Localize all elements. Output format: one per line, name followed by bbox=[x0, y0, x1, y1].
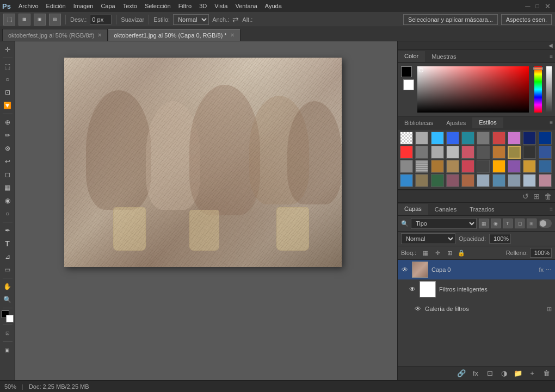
healing-tool[interactable]: ⊕ bbox=[2, 116, 14, 128]
style-swatch-34[interactable] bbox=[446, 174, 459, 187]
style-swatch-26[interactable] bbox=[477, 160, 490, 173]
style-swatch-18[interactable] bbox=[508, 146, 521, 159]
styles-loop-icon[interactable]: ↺ bbox=[522, 192, 529, 201]
style-swatch-24[interactable] bbox=[446, 160, 459, 173]
zoom-tool[interactable]: 🔍 bbox=[2, 294, 14, 306]
pen-tool[interactable]: ✒ bbox=[2, 225, 14, 237]
filter-shape-icon[interactable]: ◻ bbox=[515, 219, 525, 228]
layers-link-btn[interactable]: 🔗 bbox=[456, 368, 467, 379]
layer-row-smart-filters[interactable]: 👁 Filtros inteligentes bbox=[398, 279, 555, 299]
layers-group-btn[interactable]: 📁 bbox=[513, 368, 523, 379]
select-mask-btn[interactable]: Seleccionar y aplicar máscara... bbox=[403, 14, 498, 25]
style-swatch-31[interactable] bbox=[400, 174, 413, 187]
eraser-tool[interactable]: ◻ bbox=[2, 169, 14, 181]
layers-mask-btn[interactable]: ⊡ bbox=[484, 368, 495, 379]
style-swatch-4[interactable] bbox=[446, 132, 459, 145]
style-swatch-12[interactable] bbox=[415, 146, 428, 159]
style-swatch-15[interactable] bbox=[461, 146, 474, 159]
style-swatch-28[interactable] bbox=[508, 160, 521, 173]
menu-texto[interactable]: Texto bbox=[120, 2, 140, 10]
menu-3d[interactable]: 3D bbox=[196, 2, 210, 10]
trazados-tab[interactable]: Trazados bbox=[463, 204, 501, 214]
style-swatch-21[interactable] bbox=[400, 160, 413, 173]
selection-tool[interactable]: ⬚ bbox=[2, 60, 14, 72]
estilo-select[interactable]: Normal bbox=[173, 14, 209, 25]
style-swatch-17[interactable] bbox=[492, 146, 505, 159]
style-swatch-5[interactable] bbox=[461, 132, 474, 145]
style-swatch-11[interactable] bbox=[400, 146, 413, 159]
menu-filtro[interactable]: Filtro bbox=[175, 2, 195, 10]
menu-ventana[interactable]: Ventana bbox=[232, 2, 260, 10]
blend-mode-select[interactable]: Normal bbox=[401, 233, 455, 244]
hue-slider[interactable] bbox=[534, 66, 542, 113]
styles-panel-menu[interactable]: ≡ bbox=[550, 120, 553, 126]
aspectos-btn[interactable]: Aspectos esen. bbox=[501, 14, 552, 25]
layers-panel-menu[interactable]: ≡ bbox=[550, 206, 553, 212]
style-swatch-22[interactable] bbox=[415, 160, 428, 173]
desvio-input[interactable] bbox=[90, 15, 112, 24]
lock-position-icon[interactable]: ✛ bbox=[433, 248, 442, 258]
gradient-tool[interactable]: ▦ bbox=[2, 182, 14, 194]
style-swatch-32[interactable] bbox=[415, 174, 428, 187]
style-swatch-8[interactable] bbox=[508, 132, 521, 145]
layers-fx-btn[interactable]: fx bbox=[470, 368, 481, 379]
estilos-tab[interactable]: Estilos bbox=[472, 117, 503, 128]
style-swatch-13[interactable] bbox=[431, 146, 444, 159]
menu-archivo[interactable]: Archivo bbox=[15, 2, 42, 10]
stamp-tool[interactable]: ⊗ bbox=[2, 142, 14, 154]
style-swatch-37[interactable] bbox=[492, 174, 505, 187]
selection-style-btn2[interactable]: ▣ bbox=[34, 14, 46, 26]
screen-mode-btn[interactable]: ▣ bbox=[2, 344, 14, 356]
style-swatch-29[interactable] bbox=[523, 160, 536, 173]
selection-style-btn3[interactable]: ▤ bbox=[49, 14, 61, 26]
history-tool[interactable]: ↩ bbox=[2, 155, 14, 167]
tab1-close[interactable]: ✕ bbox=[97, 32, 102, 38]
minimize-btn[interactable]: ─ bbox=[523, 2, 532, 10]
filter-smart-icon[interactable]: ⊞ bbox=[527, 219, 536, 228]
lock-all-icon[interactable]: 🔒 bbox=[457, 248, 466, 258]
lock-pixels-icon[interactable]: ▦ bbox=[421, 248, 430, 258]
background-color[interactable] bbox=[6, 315, 14, 322]
layer-options-icon[interactable]: ⋯ bbox=[546, 266, 552, 273]
style-swatch-33[interactable] bbox=[431, 174, 444, 187]
style-swatch-39[interactable] bbox=[523, 174, 536, 187]
eyedropper-tool[interactable]: 🔽 bbox=[2, 99, 14, 111]
style-swatch-10[interactable] bbox=[539, 132, 552, 145]
style-swatch-6[interactable] bbox=[477, 132, 490, 145]
layers-filter-select[interactable]: Tipo bbox=[411, 218, 477, 229]
canales-tab[interactable]: Canales bbox=[428, 204, 463, 214]
selection-tool-rect[interactable]: ⬚ bbox=[3, 14, 15, 26]
close-btn[interactable]: ✕ bbox=[542, 2, 553, 10]
blur-tool[interactable]: ◉ bbox=[2, 195, 14, 207]
color-bg-swatch[interactable] bbox=[403, 79, 414, 90]
fill-input[interactable] bbox=[530, 248, 552, 258]
styles-grid-icon[interactable]: ⊞ bbox=[533, 192, 540, 201]
color-fg-swatch[interactable] bbox=[401, 66, 412, 77]
tab2-close[interactable]: ✕ bbox=[230, 32, 235, 38]
style-swatch-36[interactable] bbox=[477, 174, 490, 187]
layers-adjustment-btn[interactable]: ◑ bbox=[498, 368, 509, 379]
style-swatch-9[interactable] bbox=[523, 132, 536, 145]
brush-tool[interactable]: ✏ bbox=[2, 129, 14, 141]
style-swatch-19[interactable] bbox=[523, 146, 536, 159]
layer-gallery-options[interactable]: ⊞ bbox=[547, 306, 552, 312]
menu-imagen[interactable]: Imagen bbox=[70, 2, 97, 10]
style-swatch-35[interactable] bbox=[461, 174, 474, 187]
maximize-btn[interactable]: □ bbox=[533, 3, 541, 9]
filter-text-icon[interactable]: T bbox=[503, 219, 513, 228]
menu-ayuda[interactable]: Ayuda bbox=[262, 2, 285, 10]
menu-edicion[interactable]: Edición bbox=[43, 2, 69, 10]
style-swatch-14[interactable] bbox=[446, 146, 459, 159]
ajustes-tab[interactable]: Ajustes bbox=[440, 118, 472, 128]
style-swatch-27[interactable] bbox=[492, 160, 505, 173]
layers-new-btn[interactable]: + bbox=[527, 368, 538, 379]
menu-seleccion[interactable]: Selección bbox=[141, 2, 174, 10]
style-swatch-7[interactable] bbox=[492, 132, 505, 145]
filter-adjust-icon[interactable]: ◉ bbox=[491, 219, 501, 228]
style-swatch-1[interactable] bbox=[400, 132, 413, 145]
style-swatch-20[interactable] bbox=[539, 146, 552, 159]
document-tab-2[interactable]: oktoberfest1.jpg al 50% (Capa 0, RGB/8) … bbox=[108, 29, 240, 41]
path-tool[interactable]: ⊿ bbox=[2, 251, 14, 263]
style-swatch-25[interactable] bbox=[461, 160, 474, 173]
filter-pixel-icon[interactable]: ▦ bbox=[479, 219, 489, 228]
